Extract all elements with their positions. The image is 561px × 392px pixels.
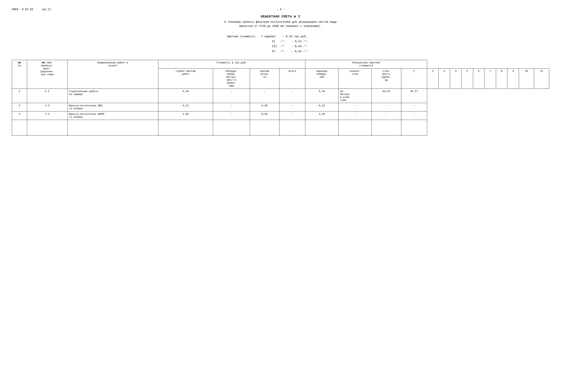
- sub-title-line2: ёмкостью от I720 до 4260 м3 (вариант с к…: [12, 24, 549, 28]
- cell-col7: –: [280, 103, 305, 111]
- document-header: 090I– 9-IO.83 (ал.У) – 4 –: [12, 8, 549, 11]
- sub-title-line1: К типовому проекту фильтров-поглотителей…: [12, 20, 549, 24]
- cost-label: Сметная стоимость:: [227, 34, 257, 39]
- col-num-1: I: [401, 68, 427, 88]
- cell-empty: [12, 120, 27, 135]
- col-header-kolichestvo: количе-ство: [338, 68, 372, 88]
- title-section: ОБЪЕКТНАЯ СМЕТА № I К типовому проекту ф…: [12, 15, 549, 28]
- cell-col5: –: [213, 111, 250, 120]
- table-header-row1: №№пп №№ сметпрейску-рант.укрупнен-ных но…: [12, 60, 549, 68]
- cost-row-label: Сметная стоимость: I вариант – 8,32 тыс.…: [227, 34, 549, 39]
- doc-id: 090I– 9-IO.83: [12, 8, 33, 11]
- cost-variant-3-val: – 8,43 –"-: [291, 44, 308, 49]
- cell-col7: –: [280, 88, 305, 103]
- col-num-3: 3: [439, 68, 450, 88]
- cell-col9: –: [338, 103, 372, 111]
- cell-col7: –: [280, 111, 305, 120]
- cost-row-2: II –"- – 9,I3 –"-: [227, 39, 549, 44]
- col-num-7: 7: [485, 68, 496, 88]
- col-header-pp: №№пп: [12, 60, 27, 88]
- col-num-10: IO: [519, 68, 534, 88]
- col-num-6: 6: [473, 68, 485, 88]
- cell-ref: I-I: [27, 88, 67, 103]
- cost-row-3: III –"- – 8,43 –"-: [227, 44, 549, 49]
- cell-empty: [213, 120, 250, 135]
- cell-col11: –: [401, 111, 427, 120]
- cell-empty: [27, 120, 67, 135]
- cost-variant-4-val: – 8,54 –"-: [291, 49, 308, 54]
- cell-empty: [280, 120, 305, 135]
- col-header-smeta: №№ сметпрейску-рант.укрупнен-ных норм: [27, 60, 67, 88]
- table-row: 2 I–2 Фильтр–поглотитель ФПI(3 ячейки 0,…: [12, 103, 549, 111]
- cell-col4: 5,44: [158, 88, 213, 103]
- col-header-name: Наименование работ изатрат: [67, 60, 158, 88]
- col-num-8: 8: [496, 68, 507, 88]
- cost-variant-3-num: III –"-: [272, 44, 285, 49]
- cell-num: I: [12, 88, 27, 103]
- cost-variant-1-num: I вариант: [261, 34, 276, 39]
- cell-empty: [67, 120, 158, 135]
- cell-col10: –: [372, 111, 401, 120]
- cell-col5: –: [213, 103, 250, 111]
- col-num-2: 2: [427, 68, 439, 88]
- col-header-indicators-group: Показатели сметнойстоимости: [305, 60, 427, 68]
- cell-col4: 1,02: [158, 111, 213, 120]
- cell-empty: [305, 120, 338, 135]
- cell-col6: 0,03: [250, 103, 280, 111]
- cost-variant-2-val: – 9,I3 –"-: [291, 39, 308, 44]
- cell-col8: 0,24: [305, 103, 338, 111]
- cell-col9: –: [338, 111, 372, 120]
- table-row: 2 I–2 Фильтр–поглотитель ФПIM(3 ячейки 1…: [12, 111, 549, 120]
- col-header-oborud: оборудо-вание,инстру-мент иинвен-тарь: [213, 68, 250, 88]
- cell-col8: I,05: [305, 111, 338, 120]
- doc-ref: (ал.У): [41, 8, 51, 11]
- col-header-vsego: всего: [280, 68, 305, 88]
- cell-empty: [250, 120, 280, 135]
- col-header-edinitsa: единицаизмере-ния: [305, 68, 338, 88]
- col-num-11: II: [534, 68, 549, 88]
- col-num-5: 5: [462, 68, 473, 88]
- col-header-cost-group: Стоимость в тыс.руб.: [158, 60, 305, 68]
- table-row-empty: [12, 120, 549, 135]
- page-number: – 4 –: [277, 8, 285, 11]
- cost-variant-4-num: IУ –"-: [272, 49, 285, 54]
- main-title: ОБЪЕКТНАЯ СМЕТА № I: [12, 15, 549, 19]
- cell-col8: 5,44: [305, 88, 338, 103]
- col-header-prochie: прочиезатра-ты: [250, 68, 280, 88]
- main-table: №№пп №№ сметпрейску-рант.укрупнен-ных но…: [12, 60, 549, 136]
- table-row: I I-I Строительные работыпо камере 5,44 …: [12, 88, 549, 103]
- cell-col9: м3бетонаи ж/бе-тона: [338, 88, 372, 103]
- cell-ref: I–2: [27, 111, 67, 120]
- cell-col6: 0,03: [250, 111, 280, 120]
- cell-empty: [401, 120, 427, 135]
- cell-col11: 84,I7: [401, 88, 427, 103]
- cell-col6: –: [250, 88, 280, 103]
- cost-row-4: IУ –"- – 8,54 –"-: [227, 49, 549, 54]
- cell-empty: [158, 120, 213, 135]
- cost-variant-2-num: II –"-: [272, 39, 285, 44]
- cell-num: 2: [12, 111, 27, 120]
- cell-num: 2: [12, 103, 27, 111]
- col-header-stroymontazh: строит.монтажработ: [158, 68, 213, 88]
- cell-col4: 0,2I: [158, 103, 213, 111]
- cell-ref: I–2: [27, 103, 67, 111]
- cell-empty: [338, 120, 372, 135]
- cell-col10: 64,63: [372, 88, 401, 103]
- col-header-stoimost: стои-мостьедини-цы: [372, 68, 401, 88]
- doc-id-left: 090I– 9-IO.83 (ал.У): [12, 8, 51, 11]
- cell-name: Фильтр–поглотитель ФПIM(3 ячейки: [67, 111, 158, 120]
- cell-name: Фильтр–поглотитель ФПI(3 ячейки: [67, 103, 158, 111]
- cell-col10: –: [372, 103, 401, 111]
- cell-col5: –: [213, 88, 250, 103]
- col-num-4: 4: [450, 68, 462, 88]
- col-num-9: 9: [507, 68, 519, 88]
- cell-col11: –: [401, 103, 427, 111]
- cell-empty: [372, 120, 401, 135]
- cost-variant-1-val: – 8,32 тыс.руб.: [282, 34, 307, 39]
- cell-name: Строительные работыпо камере: [67, 88, 158, 103]
- cost-section: Сметная стоимость: I вариант – 8,32 тыс.…: [227, 34, 549, 54]
